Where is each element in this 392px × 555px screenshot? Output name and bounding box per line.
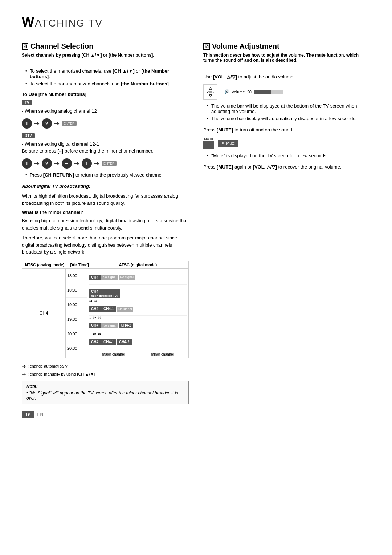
mute-screen: ✕ Mute <box>218 140 238 147</box>
vol-bullet-2: The volume bar display will automaticall… <box>207 116 370 121</box>
chart-arrows-row3: ↓ ⇔ ⇔ <box>89 332 187 336</box>
press-mute-text: Press [MUTE] to turn off and on the soun… <box>203 126 370 134</box>
arrow-lr-3: ⇔ <box>93 315 96 320</box>
down-arrow-3: ↓ <box>89 331 91 336</box>
ch4-block-3: CH4 <box>89 306 101 312</box>
step-dash-circle: – <box>62 158 72 169</box>
time-1900: 19:00 <box>66 298 87 312</box>
time-2000: 20:00 <box>66 327 87 341</box>
chart-arrows-row2: ↓ ⇔ ⇔ <box>89 316 187 319</box>
volume-subtitle: This section describes how to adjust the… <box>203 53 370 63</box>
chart-row-1900: CH4 CH4-1 No signal <box>89 303 187 316</box>
right-column: ☑ Volume Adjustment This section describ… <box>203 42 370 404</box>
channel-bullet-list: To select the memorized channels, use [C… <box>22 68 189 86</box>
tv-badge: TV <box>22 100 32 105</box>
page-footer: 16 EN <box>22 411 370 418</box>
arrow-lr-6: ⇔ <box>98 331 101 336</box>
page-number: 16 <box>22 411 34 418</box>
enter-button: ENTER <box>62 121 77 126</box>
chart-arrow-1: ↓ <box>89 285 187 288</box>
ch4-1-block-2: CH4-1 <box>101 339 116 345</box>
mute-label-above: MUTE <box>204 137 213 141</box>
vol-number: 20 <box>247 90 252 94</box>
atsc-chart-area: CH4 No signal No signal ↓ CH4(high defin… <box>87 269 188 358</box>
minor-body2: Therefore, you can select more than one … <box>22 234 189 256</box>
vol-down-arrow: ▽ <box>209 94 212 98</box>
vol-bar <box>254 90 283 94</box>
step-d-arrow-3: ➔ <box>74 159 79 167</box>
divider <box>22 63 189 63</box>
legend-row: ➔ : change automatically <box>22 363 189 369</box>
vol-bar-display: 🔊 Volume 20 <box>221 88 286 96</box>
page-title: WATCHING TV <box>22 15 370 30</box>
solid-arrow-icon: ➔ <box>22 363 26 369</box>
major-channel-label: major channel <box>102 352 125 356</box>
down-arrow-2: ↓ <box>89 315 91 320</box>
vol-label: VOL. <box>207 90 214 94</box>
note-box: Note: • "No Signal" will appear on the T… <box>22 381 189 404</box>
minor-title: What is the minor channel? <box>22 210 189 215</box>
ntsc-label: NTSC (analog mode) <box>25 263 69 267</box>
mute-note-list: "Mute" is displayed on the TV screen for… <box>203 153 370 158</box>
time-1830: 18:30 <box>66 283 87 298</box>
speaker-icon: 🔊 <box>224 89 229 94</box>
step-2-circle: 2 <box>42 118 52 129</box>
ch4-2-block: CH4-2 <box>119 323 134 328</box>
analog-step-row: 1 ➔ 2 ➔ ENTER <box>22 118 189 129</box>
chart-body: CH4 18:00 18:30 19:00 19:30 20:00 20:30 … <box>22 269 188 358</box>
arrow-lr-5: ⇔ <box>93 331 96 336</box>
use-vol-text: Use [VOL. △/▽] to adjust the audio volum… <box>203 73 370 81</box>
ch4-1-block: CH4-1 <box>101 306 116 312</box>
x-icon: ✕ <box>221 141 225 146</box>
right-divider <box>203 68 370 68</box>
left-column: ☑ Channel Selection Select channels by p… <box>22 42 189 404</box>
vol-text: Volume <box>232 90 245 94</box>
legend-2-text: : change manually by using [CH ▲/▼] <box>28 372 95 376</box>
vol-bullets: The volume bar will be displayed at the … <box>203 103 370 121</box>
no-signal-2: No signal <box>119 275 135 280</box>
airtime-label: [Air Time] <box>69 263 90 267</box>
no-signal-3: No signal <box>117 307 134 312</box>
return-list: Press [CH RETURN] to return to the previ… <box>22 172 189 178</box>
vol-up-arrow: △ <box>209 86 212 90</box>
step-d1-circle: 1 <box>22 158 32 169</box>
ch4-2-block-2: CH4-2 <box>117 339 132 345</box>
step-d-arrow-1: ➔ <box>34 159 40 167</box>
chart-left-ch: CH4 <box>22 269 66 358</box>
enter-button-2: ENTER <box>102 161 117 166</box>
chart-row-1830: CH4(high definition TV) <box>89 288 187 299</box>
ch4-block-4: CH4 <box>89 323 101 328</box>
page-lang: EN <box>37 412 43 417</box>
ch4-block-2: CH4(high definition TV) <box>89 289 120 298</box>
main-content: ☑ Channel Selection Select channels by p… <box>22 42 370 404</box>
channel-chart: NTSC (analog mode) [Air Time] ATSC (digi… <box>22 261 189 358</box>
minor-channel-label: minor channel <box>151 352 174 356</box>
mute-display: MUTE ✕ Mute <box>203 137 370 149</box>
arrow-lr-1: ⇔ <box>89 299 93 304</box>
return-note: Press [CH RETURN] to return to the previ… <box>25 172 189 178</box>
volume-adjustment-title: ☑ Volume Adjustment <box>203 42 370 50</box>
channel-selection-subtitle: Select channels by pressing [CH ▲/▼] or … <box>22 53 189 58</box>
mute-button-area: MUTE <box>203 137 214 149</box>
checkbox-icon-2: ☑ <box>203 43 210 50</box>
channel-bullet-1: To select the memorized channels, use [C… <box>25 68 189 79</box>
title-w: W <box>22 15 35 29</box>
time-1930: 19:30 <box>66 312 87 327</box>
chart-times: 18:00 18:30 19:00 19:30 20:00 20:30 <box>66 269 87 358</box>
vol-bar-fill <box>254 90 271 94</box>
atsc-label: ATSC (digital mode) <box>90 263 185 267</box>
channel-bullet-2: To select the non-memorized channels use… <box>25 81 189 86</box>
volume-adjustment-label: Volume Adjustment <box>212 42 279 50</box>
vol-display: △ VOL. ▽ 🔊 Volume 20 <box>203 84 370 100</box>
channel-selection-label: Channel Selection <box>30 42 93 50</box>
note-title: Note: <box>26 384 184 389</box>
chart-row-1800: CH4 No signal No signal <box>89 270 187 285</box>
step-d2-circle: 2 <box>42 158 52 169</box>
step-arrow-1: ➔ <box>34 119 40 127</box>
chart-row-1930: CH4 No signal CH4-2 <box>89 319 187 332</box>
step-1-circle: 1 <box>22 118 32 129</box>
note-body: • "No Signal" will appear on the TV scre… <box>26 390 184 401</box>
about-title: About digital TV broadcasting: <box>22 183 189 190</box>
down-arrow-1: ↓ <box>137 284 139 289</box>
number-buttons-title: To Use [the Number buttons] <box>22 92 189 97</box>
